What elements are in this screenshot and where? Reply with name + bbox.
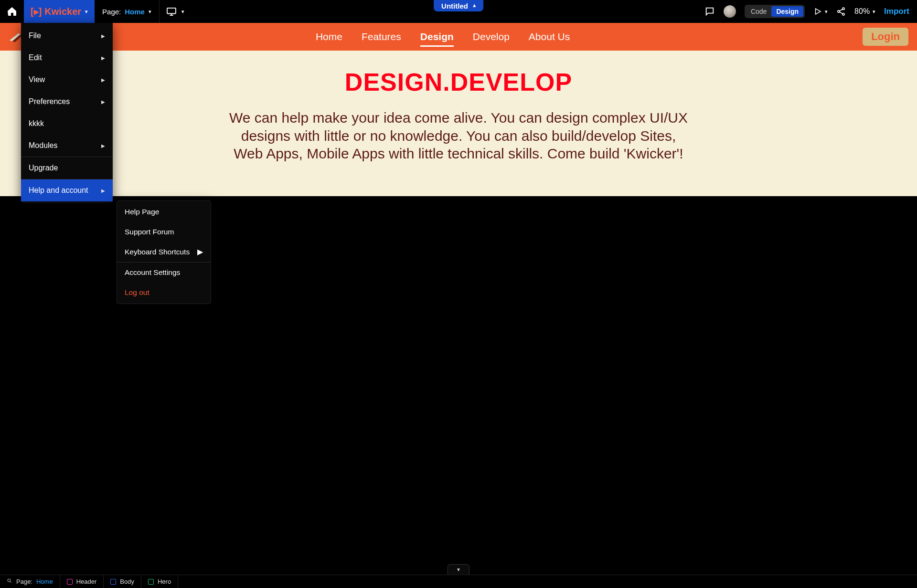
menu-item-modules[interactable]: Modules▶ <box>21 135 113 157</box>
triangle-right-icon: ▶ <box>101 99 105 105</box>
menu-item-label: Help and account <box>29 186 88 195</box>
nav-item-design[interactable]: Design <box>420 31 454 47</box>
chevron-down-icon: ▾ <box>149 9 151 15</box>
page-label: Page: <box>102 8 121 16</box>
page-dropdown[interactable]: Page: Home ▾ <box>95 0 160 23</box>
zoom-dropdown[interactable]: 80% ▾ <box>854 7 875 16</box>
triangle-right-icon: ▶ <box>101 33 105 39</box>
play-icon <box>813 7 822 16</box>
submenu-item-help-page[interactable]: Help Page <box>117 202 211 222</box>
submenu-item-label: Support Forum <box>125 228 174 236</box>
hero-section: DESIGN.DEVELOP We can help make your ide… <box>0 51 917 196</box>
help-submenu: Help PageSupport ForumKeyboard Shortcuts… <box>117 200 211 304</box>
nav-item-develop[interactable]: Develop <box>473 31 510 42</box>
menu-item-label: View <box>29 75 45 84</box>
triangle-right-icon: ▶ <box>101 188 105 193</box>
submenu-item-label: Log out <box>125 288 149 297</box>
layer-icon <box>110 579 116 585</box>
page-frame: HomeFeaturesDesignDevelopAbout Us Login … <box>0 23 917 196</box>
triangle-right-icon: ▶ <box>101 55 105 61</box>
breadcrumb-label: Hero <box>158 578 171 585</box>
chevron-down-icon: ▾ <box>873 9 875 15</box>
speech-bubble-icon <box>704 6 715 17</box>
menu-item-label: Preferences <box>29 97 70 106</box>
share-icon <box>836 7 846 16</box>
import-button[interactable]: Import <box>884 7 909 16</box>
brand-logo: [▸]Kwicker <box>31 6 81 17</box>
menu-item-label: File <box>29 32 41 40</box>
chevron-down-icon: ▾ <box>181 9 184 15</box>
breadcrumb-item-hero[interactable]: Hero <box>141 575 178 588</box>
menu-item-label: Edit <box>29 53 42 62</box>
menu-item-label: Modules <box>29 141 57 150</box>
share-button[interactable] <box>836 7 846 16</box>
comments-button[interactable] <box>704 6 715 17</box>
menu-item-help-and-account[interactable]: Help and account▶ <box>21 179 113 201</box>
breadcrumb-label: Header <box>76 578 97 585</box>
submenu-item-account-settings[interactable]: Account Settings <box>117 262 211 283</box>
menu-item-file[interactable]: File▶ <box>21 25 113 47</box>
layer-icon <box>148 579 154 585</box>
site-header: HomeFeaturesDesignDevelopAbout Us Login <box>0 23 917 51</box>
breadcrumb-page[interactable]: Page: Home <box>0 575 60 588</box>
triangle-right-icon: ▶ <box>101 143 105 148</box>
home-icon <box>6 6 18 17</box>
svg-point-4 <box>8 579 11 582</box>
hero-body: We can help make your idea come alive. Y… <box>224 109 693 163</box>
chevron-down-icon: ▾ <box>85 9 88 15</box>
login-button[interactable]: Login <box>863 28 908 46</box>
right-tools: Code Design ▾ 80% ▾ Import <box>704 0 917 23</box>
home-button[interactable] <box>0 0 24 23</box>
page-value: Home <box>125 8 145 16</box>
mode-code[interactable]: Code <box>746 6 771 17</box>
menu-item-view[interactable]: View▶ <box>21 69 113 91</box>
project-title: Untitled <box>441 2 468 10</box>
site-nav: HomeFeaturesDesignDevelopAbout Us <box>23 31 863 42</box>
submenu-item-log-out[interactable]: Log out <box>117 283 211 303</box>
breadcrumb-label: Body <box>120 578 134 585</box>
svg-rect-0 <box>167 8 176 14</box>
main-menu: File▶Edit▶View▶Preferences▶kkkkModules▶U… <box>21 23 113 203</box>
breadcrumb-item-body[interactable]: Body <box>104 575 141 588</box>
menu-item-edit[interactable]: Edit▶ <box>21 47 113 69</box>
chevron-down-icon: ▾ <box>825 9 828 15</box>
menu-item-label: Upgrade <box>29 164 58 172</box>
breadcrumb-item-header[interactable]: Header <box>60 575 104 588</box>
device-dropdown[interactable]: ▾ <box>160 0 191 23</box>
breadcrumb-page-label: Page: <box>16 578 32 585</box>
submenu-item-label: Help Page <box>125 208 159 216</box>
triangle-right-icon: ▶ <box>101 77 105 83</box>
nav-item-features[interactable]: Features <box>362 31 401 42</box>
hero-title: DESIGN.DEVELOP <box>14 68 903 96</box>
bottom-panel-toggle[interactable]: ▼ <box>448 564 469 575</box>
submenu-item-label: Account Settings <box>125 268 180 277</box>
menu-item-label: kkkk <box>29 119 44 128</box>
breadcrumb-page-value: Home <box>36 578 53 585</box>
menu-item-upgrade[interactable]: Upgrade <box>21 157 113 179</box>
layer-icon <box>67 579 73 585</box>
breadcrumb-bar: Page: Home HeaderBodyHero <box>0 575 917 588</box>
menu-item-preferences[interactable]: Preferences▶ <box>21 91 113 113</box>
mode-design[interactable]: Design <box>771 6 803 17</box>
avatar[interactable] <box>724 5 736 18</box>
project-title-dropdown[interactable]: Untitled ▾ <box>434 0 483 11</box>
triangle-down-icon: ▼ <box>456 567 461 572</box>
menu-item-kkkk[interactable]: kkkk <box>21 113 113 135</box>
submenu-item-label: Keyboard Shortcuts <box>125 248 190 256</box>
submenu-item-support-forum[interactable]: Support Forum <box>117 222 211 242</box>
desktop-icon <box>166 7 177 16</box>
chevron-up-icon: ▾ <box>473 3 476 9</box>
top-bar: [▸]Kwicker ▾ Page: Home ▾ ▾ Untitled ▾ C… <box>0 0 917 23</box>
play-button[interactable]: ▾ <box>813 7 828 16</box>
brand-dropdown[interactable]: [▸]Kwicker ▾ <box>24 0 95 23</box>
mode-toggle: Code Design <box>745 5 805 18</box>
zoom-value: 80% <box>854 7 870 16</box>
nav-item-about-us[interactable]: About Us <box>529 31 570 42</box>
triangle-right-icon: ▶ <box>197 248 203 256</box>
submenu-item-keyboard-shortcuts[interactable]: Keyboard Shortcuts▶ <box>117 242 211 262</box>
search-icon <box>7 578 12 585</box>
nav-item-home[interactable]: Home <box>316 31 342 42</box>
